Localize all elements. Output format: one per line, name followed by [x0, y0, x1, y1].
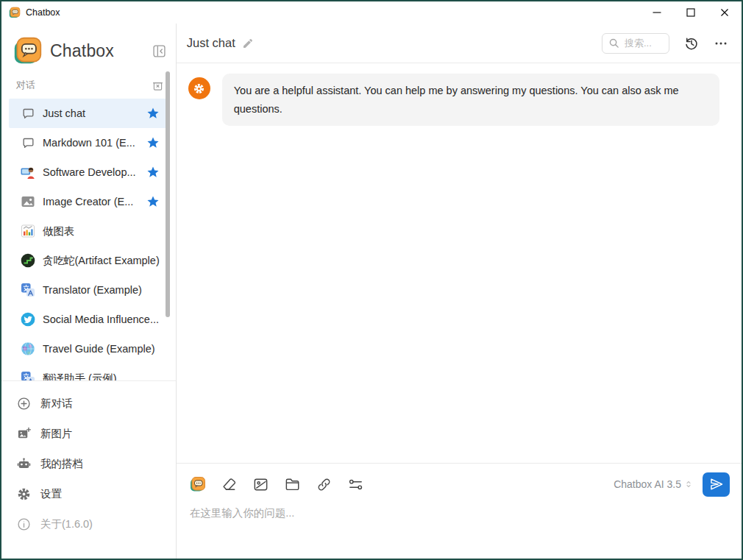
message-list: You are a helpful assistant. You can hel… [177, 63, 742, 463]
collapse-sidebar-button[interactable] [152, 43, 167, 59]
conversation-item-social-media[interactable]: Social Media Influence... [9, 305, 167, 334]
about-button[interactable]: 关于(1.6.0) [1, 509, 176, 539]
titlebar: Chatbox [1, 1, 742, 24]
image-icon [252, 476, 269, 493]
chat-bubble-icon [21, 106, 35, 121]
conversation-item-translation-helper[interactable]: 翻译助手 (示例) [9, 364, 167, 380]
message-bubble: You are a helpful assistant. You can hel… [222, 74, 719, 126]
star-icon[interactable] [146, 166, 160, 179]
unfold-more-icon [683, 479, 694, 489]
link-icon [316, 476, 333, 493]
sidebar-header: Chatbox [1, 24, 176, 69]
system-message: You are a helpful assistant. You can hel… [188, 74, 730, 126]
history-icon [683, 35, 700, 52]
menu-label: 新对话 [40, 397, 73, 411]
conversation-section-header: 对话 [1, 69, 176, 96]
clear-box-icon [152, 79, 164, 92]
eraser-icon [221, 476, 238, 493]
conversation-item-just-chat[interactable]: Just chat [9, 99, 167, 128]
conversation-header: Just chat [177, 24, 742, 63]
conversation-item-snake[interactable]: 贪吃蛇(Artifact Example) [9, 246, 167, 275]
pencil-icon [242, 38, 254, 49]
conversation-label: 贪吃蛇(Artifact Example) [43, 254, 160, 268]
send-plane-icon [709, 477, 724, 492]
conversation-item-chart[interactable]: 做图表 [9, 216, 167, 246]
translator-avatar-icon [21, 371, 35, 380]
search-box[interactable] [602, 33, 669, 54]
search-input[interactable] [623, 37, 663, 49]
translator-avatar-icon [21, 283, 35, 297]
conversation-item-software-developer[interactable]: Software Develop... [9, 157, 167, 187]
menu-label: 设置 [40, 487, 62, 501]
conversation-list: Just chat Markdown 101 (E... [1, 96, 176, 380]
image-plus-icon [16, 427, 31, 442]
conversation-item-image-creator[interactable]: Image Creator (E... [9, 187, 167, 216]
send-button[interactable] [703, 472, 730, 497]
clear-context-button[interactable] [220, 475, 239, 494]
composer-toolbar: Chatbox AI 3.5 [188, 471, 730, 497]
plus-circle-icon [16, 397, 31, 411]
app-name: Chatbox [50, 41, 114, 61]
search-icon [608, 38, 619, 49]
developer-avatar-icon [21, 165, 35, 180]
app-logo-icon [9, 7, 21, 18]
conversation-item-translator[interactable]: Translator (Example) [9, 275, 167, 305]
image-avatar-icon [21, 194, 35, 209]
section-label: 对话 [16, 79, 35, 92]
menu-label: 关于(1.6.0) [40, 517, 93, 531]
conversation-item-markdown-101[interactable]: Markdown 101 (E... [9, 128, 167, 157]
ellipsis-icon [714, 36, 728, 51]
app-logo-icon [13, 36, 43, 65]
conversation-label: 翻译助手 (示例) [43, 372, 160, 381]
conversation-label: Markdown 101 (E... [43, 137, 141, 149]
conversation-title: Just chat [187, 36, 235, 50]
robot-icon [16, 457, 31, 472]
history-button[interactable] [683, 35, 700, 52]
gear-icon [193, 82, 205, 95]
close-button[interactable] [708, 1, 742, 24]
app-window: Chatbox [0, 0, 743, 560]
star-icon[interactable] [146, 136, 160, 149]
rename-conversation-button[interactable] [242, 38, 254, 49]
star-icon[interactable] [146, 195, 160, 208]
insert-link-button[interactable] [315, 475, 334, 494]
sliders-icon [347, 476, 364, 493]
settings-button[interactable]: 设置 [1, 479, 176, 509]
panel-collapse-icon [152, 43, 167, 59]
new-image-button[interactable]: 新图片 [1, 419, 176, 449]
composer: Chatbox AI 3.5 [177, 463, 742, 559]
message-settings-button[interactable] [346, 475, 366, 494]
sidebar: Chatbox 对话 [1, 24, 177, 559]
conversation-label: Translator (Example) [43, 284, 160, 296]
conversation-label: 做图表 [43, 224, 160, 238]
window-title: Chatbox [26, 7, 60, 18]
info-icon [16, 517, 31, 532]
app-logo-icon [190, 476, 206, 492]
more-options-button[interactable] [714, 36, 728, 51]
my-copilots-button[interactable]: 我的搭档 [1, 449, 176, 479]
conversation-label: Social Media Influence... [43, 313, 160, 325]
message-input[interactable] [188, 505, 730, 549]
menu-label: 新图片 [40, 427, 73, 441]
maximize-button[interactable] [674, 1, 708, 24]
attach-file-button[interactable] [283, 475, 302, 494]
conversation-item-travel-guide[interactable]: Travel Guide (Example) [9, 334, 167, 364]
conversation-label: Travel Guide (Example) [43, 343, 160, 355]
chart-avatar-icon [21, 224, 35, 238]
new-chat-button[interactable]: 新对话 [1, 389, 176, 419]
twitter-avatar-icon [21, 312, 35, 327]
sidebar-menu: 新对话 新图片 [1, 380, 176, 559]
model-selector[interactable]: Chatbox AI 3.5 [614, 478, 703, 490]
minimize-button[interactable] [640, 1, 674, 24]
clear-conversations-button[interactable] [152, 79, 164, 92]
chatbox-ai-button[interactable] [188, 475, 207, 494]
chat-bubble-icon [21, 135, 35, 150]
star-icon[interactable] [146, 107, 160, 120]
globe-avatar-icon [21, 341, 35, 356]
main-panel: Just chat [177, 24, 742, 559]
conversation-label: Software Develop... [43, 166, 141, 178]
sidebar-scrollbar[interactable] [166, 71, 170, 317]
conversation-label: Image Creator (E... [43, 196, 141, 208]
system-avatar [188, 77, 210, 99]
insert-image-button[interactable] [252, 475, 271, 494]
